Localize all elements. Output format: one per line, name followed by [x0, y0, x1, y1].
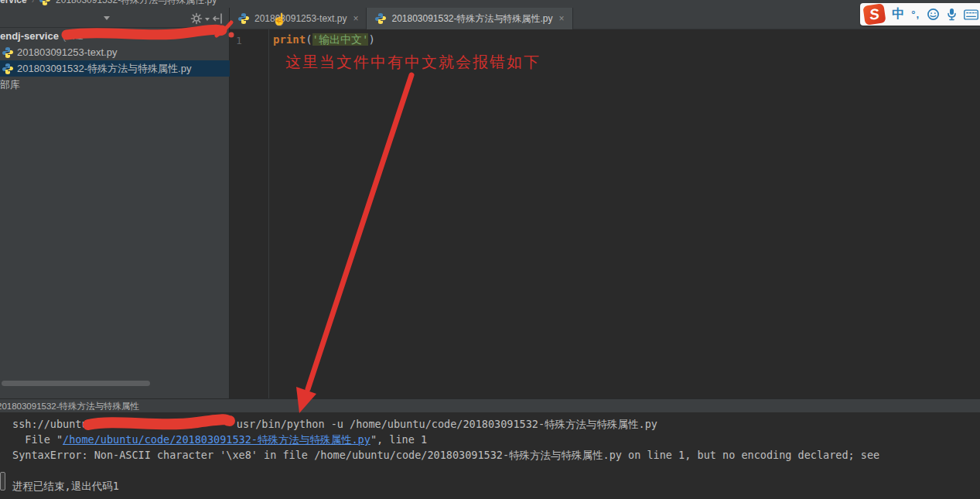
code-string-highlighted: '输出中文' [312, 33, 369, 46]
breadcrumb: ervice › 201803091532-特殊方法与特殊属性.py [0, 0, 980, 8]
breadcrumb-project[interactable]: ervice [0, 0, 27, 5]
close-icon[interactable]: × [559, 14, 565, 23]
project-tree: endj-service (F:\1 201803091253-text.py … [0, 28, 230, 93]
file-link[interactable]: /home/ubuntu/code/201803091532-特殊方法与特殊属性… [63, 433, 370, 446]
gutter-separator [268, 29, 269, 398]
editor-area: 201803091253-text.py × 201803091532-特殊方法… [230, 8, 980, 398]
breadcrumb-separator-icon: › [32, 0, 34, 5]
python-file-icon [237, 12, 250, 25]
code-keyword: print [273, 33, 306, 46]
chevron-down-icon [104, 16, 110, 20]
tree-root-name: endj-service [0, 30, 59, 42]
sogou-input-toolbar: S 中 °, [860, 3, 980, 26]
keyboard-icon[interactable] [964, 9, 978, 20]
microphone-icon[interactable] [947, 8, 957, 21]
tree-root[interactable]: endj-service (F:\1 [0, 28, 230, 44]
line-number: 1 [236, 35, 242, 46]
python-file-icon [2, 46, 14, 59]
project-panel-header [0, 9, 230, 28]
breadcrumb-file[interactable]: 201803091532-特殊方法与特殊属性.py [56, 0, 217, 7]
horizontal-scrollbar[interactable] [2, 381, 150, 386]
tree-item-file2-selected[interactable]: 201803091532-特殊方法与特殊属性.py [0, 60, 230, 77]
tab-label: 201803091253-text.py [254, 13, 347, 24]
tab-file1[interactable]: 201803091253-text.py × [230, 8, 367, 29]
python-file-icon [374, 12, 387, 25]
chevron-down-icon [205, 18, 210, 21]
run-toolwindow-header: 201803091532-特殊方法与特殊属性 [0, 398, 980, 412]
project-view-dropdown[interactable] [0, 9, 124, 28]
red-annotation-text: 这里当文件中有中文就会报错如下 [285, 52, 541, 73]
chinese-mode-icon[interactable]: 中 [892, 6, 904, 22]
tree-item-label: 201803091253-text.py [17, 46, 117, 58]
tab-file2-active[interactable]: 201803091532-特殊方法与特殊属性.py × [367, 8, 572, 29]
run-console[interactable]: ssh://ubuntu@1usr/bin/python -u /home/ub… [0, 412, 980, 499]
run-config-title[interactable]: 201803091532-特殊方法与特殊属性 [0, 401, 139, 412]
console-line-file: File "/home/ubuntu/code/201803091532-特殊方… [12, 432, 980, 447]
tree-item-label: 201803091532-特殊方法与特殊属性.py [17, 62, 191, 76]
emoji-icon[interactable] [927, 8, 940, 21]
sogou-logo-icon[interactable]: S [863, 3, 886, 26]
close-icon[interactable]: × [353, 14, 358, 23]
tree-item-file1[interactable]: 201803091253-text.py [0, 44, 230, 60]
console-line-ssh: ssh://ubuntu@1usr/bin/python -u /home/ub… [12, 416, 980, 432]
python-file-icon [39, 0, 51, 6]
gear-icon[interactable] [190, 12, 203, 25]
tree-item-external-libraries[interactable]: 部库 [0, 77, 230, 93]
project-panel: endj-service (F:\1 201803091253-text.py … [0, 8, 230, 398]
console-line-error: SyntaxError: Non-ASCII character '\xe8' … [12, 447, 980, 463]
python-file-icon [2, 63, 14, 75]
tab-label: 201803091532-特殊方法与特殊属性.py [391, 12, 552, 26]
hide-panel-icon[interactable] [211, 12, 225, 25]
punctuation-mode-icon[interactable]: °, [911, 9, 920, 20]
tree-root-path: (F:\1 [63, 30, 84, 42]
console-exit-line: 进程已结束,退出代码1 [12, 478, 980, 494]
console-scrollbar-stub[interactable] [0, 472, 5, 490]
code-line[interactable]: print('输出中文') [273, 33, 375, 47]
